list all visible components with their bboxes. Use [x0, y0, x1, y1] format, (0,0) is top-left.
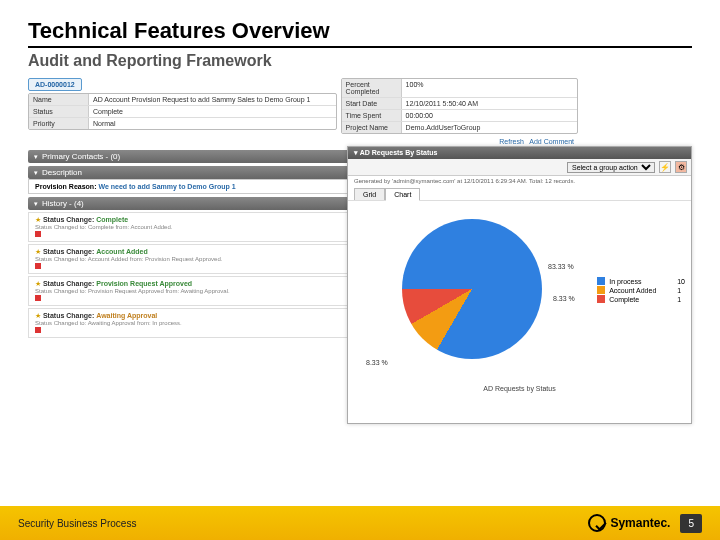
field-label: Priority — [29, 118, 89, 129]
field-value: Normal — [89, 118, 336, 129]
chart-legend: In process10Account Added1Complete1 — [597, 277, 685, 304]
chart-title-bar: ▾ AD Requests By Status — [348, 147, 691, 159]
check-circle-icon — [588, 514, 606, 532]
contacts-label: Primary Contacts - (0) — [42, 152, 120, 161]
field-label: Percent Completed — [342, 79, 402, 97]
brand-logo: Symantec. — [588, 514, 670, 532]
tab-chart[interactable]: Chart — [385, 188, 420, 201]
page-number: 5 — [680, 514, 702, 533]
pie-slice-label: 83.33 % — [548, 263, 574, 270]
field-label: Time Spent — [342, 110, 402, 121]
description-label: Description — [42, 168, 82, 177]
field-label: Start Date — [342, 98, 402, 109]
chart-area: 83.33 %8.33 %8.33 % In process10Account … — [348, 200, 691, 395]
slide-footer: Security Business Process Symantec. 5 — [0, 506, 720, 540]
brand-name: Symantec. — [610, 516, 670, 530]
add-comment-link[interactable]: Add Comment — [529, 138, 574, 145]
chart-title-text: AD Requests By Status — [360, 149, 438, 156]
pie-slice-label: 8.33 % — [553, 295, 575, 302]
page-title: Technical Features Overview — [28, 18, 692, 48]
page-subtitle: Audit and Reporting Framework — [28, 52, 692, 70]
field-value: 12/10/2011 5:50:40 AM — [402, 98, 577, 109]
field-label: Status — [29, 106, 89, 117]
legend-item: Account Added1 — [597, 286, 685, 294]
pie-slice-label: 8.33 % — [366, 359, 388, 366]
chart-toolbar: Select a group action ⚡ ⚙ — [348, 159, 691, 176]
field-label: Project Name — [342, 122, 402, 133]
ticket-fields-right: Percent Completed100%Start Date12/10/201… — [341, 78, 578, 134]
field-value: Complete — [89, 106, 336, 117]
field-value: 100% — [402, 79, 577, 97]
provision-reason-label: Provision Reason: — [35, 183, 96, 190]
pie-chart — [402, 219, 542, 359]
refresh-link[interactable]: Refresh — [499, 138, 524, 145]
chart-panel: ▾ AD Requests By Status Select a group a… — [347, 146, 692, 424]
legend-item: Complete1 — [597, 295, 685, 303]
chevron-down-icon: ▾ — [34, 200, 38, 208]
field-value: AD Account Provision Request to add Samm… — [89, 94, 336, 105]
ticket-fields-left: NameAD Account Provision Request to add … — [28, 93, 337, 130]
group-action-select[interactable]: Select a group action — [567, 162, 655, 173]
provision-reason-text: We need to add Sammy to Demo Group 1 — [98, 183, 235, 190]
settings-icon[interactable]: ⚙ — [675, 161, 687, 173]
field-label: Name — [29, 94, 89, 105]
ticket-id-badge[interactable]: AD-0000012 — [28, 78, 82, 91]
field-value: Demo.AddUserToGroup — [402, 122, 577, 133]
chevron-down-icon: ▾ — [34, 153, 38, 161]
chart-meta: Generated by 'admin@symantec.com' at 12/… — [348, 176, 691, 186]
footer-text: Security Business Process — [18, 518, 588, 529]
legend-item: In process10 — [597, 277, 685, 285]
history-label: History - (4) — [42, 199, 84, 208]
chart-caption: AD Requests by Status — [348, 385, 691, 392]
lightning-icon[interactable]: ⚡ — [659, 161, 671, 173]
field-value: 00:00:00 — [402, 110, 577, 121]
chevron-down-icon: ▾ — [34, 169, 38, 177]
